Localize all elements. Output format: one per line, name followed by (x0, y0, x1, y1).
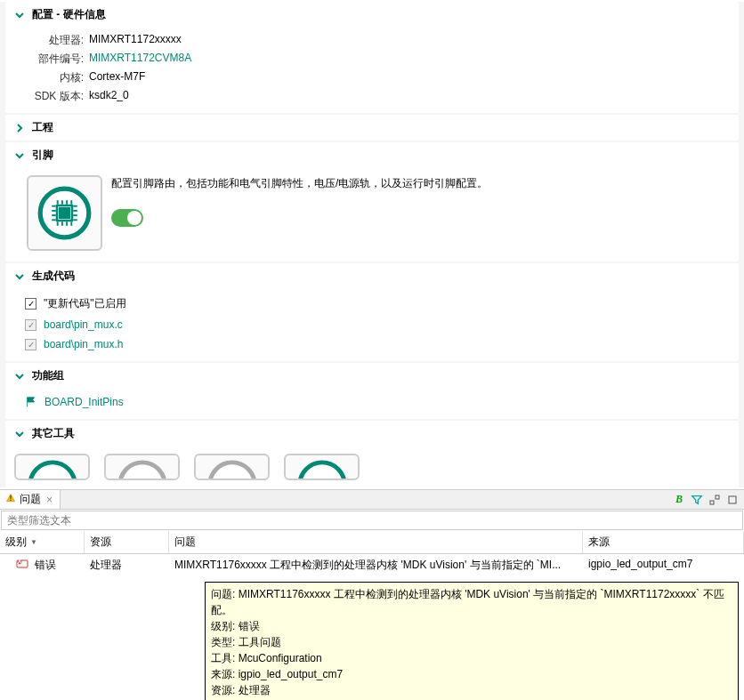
project-section: 工程 (5, 115, 739, 141)
source-value: igpio_led_output_cm7 (583, 554, 744, 576)
gencode-section: 生成代码 "更新代码"已启用 board\pin_mux.c board\pin… (5, 263, 739, 361)
minimize-icon[interactable] (707, 492, 723, 508)
flag-icon (25, 396, 37, 408)
tool-icon (206, 458, 259, 480)
pins-toggle[interactable] (111, 209, 143, 227)
funcgroup-section: 功能组 BOARD_InitPins (5, 363, 739, 419)
chevron-right-icon (14, 123, 25, 133)
part-value[interactable]: MIMXRT1172CVM8A (89, 52, 191, 67)
core-label: 内核: (32, 70, 84, 85)
pins-title: 引脚 (32, 148, 53, 163)
tooltip-source: 来源: igpio_led_output_cm7 (211, 666, 732, 682)
svg-rect-24 (710, 501, 714, 504)
tooltip: 问题: MIMXRT1176xxxxx 工程中检测到的处理器内核 'MDK uV… (205, 582, 739, 700)
svg-point-19 (29, 463, 74, 480)
col-problem[interactable]: 问题 (169, 531, 583, 553)
problem-value: MIMXRT1176xxxxx 工程中检测到的处理器内核 'MDK uVisio… (169, 554, 583, 576)
chevron-down-icon (14, 271, 25, 282)
core-value: Cortex-M7F (89, 70, 145, 85)
part-label: 部件编号: (32, 52, 84, 67)
tooltip-type: 类型: 工具问题 (211, 634, 732, 650)
chip-icon (36, 184, 93, 242)
tool-button-4[interactable] (284, 454, 360, 480)
chevron-down-icon (14, 371, 25, 382)
pins-tool-button[interactable] (27, 175, 102, 251)
close-icon[interactable]: × (44, 494, 54, 506)
chevron-down-icon (14, 429, 25, 439)
file-link[interactable]: board\pin_mux.c (44, 318, 123, 331)
tool-button-2[interactable] (104, 454, 180, 480)
processor-label: 处理器: (32, 33, 84, 48)
tooltip-resource: 资源: 处理器 (211, 682, 732, 698)
level-value: 错误 (35, 559, 56, 571)
funcgroup-header[interactable]: 功能组 (5, 363, 739, 389)
table-row[interactable]: x 错误 处理器 MIMXRT1176xxxxx 工程中检测到的处理器内核 'M… (0, 554, 744, 576)
tool-button-1[interactable] (14, 454, 90, 480)
svg-point-20 (119, 463, 164, 480)
sdk-label: SDK 版本: (32, 89, 84, 104)
col-source[interactable]: 来源 (583, 531, 744, 553)
processor-value: MIMXRT1172xxxxx (89, 33, 182, 48)
other-title: 其它工具 (32, 426, 75, 441)
svg-point-22 (299, 463, 344, 480)
sdk-value: ksdk2_0 (89, 89, 129, 104)
update-code-checkbox[interactable] (25, 298, 36, 310)
file-checkbox[interactable] (25, 339, 36, 350)
project-header[interactable]: 工程 (5, 115, 739, 141)
col-resource[interactable]: 资源 (85, 531, 169, 553)
tooltip-tool: 工具: McuConfiguration (211, 650, 732, 666)
resource-value: 处理器 (85, 554, 169, 576)
svg-text:!: ! (10, 494, 12, 503)
chevron-down-icon (14, 150, 25, 161)
chevron-down-icon (14, 10, 25, 20)
config-section: 配置 - 硬件信息 处理器:MIMXRT1172xxxxx 部件编号:MIMXR… (5, 2, 739, 113)
project-title: 工程 (32, 120, 53, 135)
func-item[interactable]: BOARD_InitPins (44, 396, 124, 408)
tool-button-3[interactable] (194, 454, 270, 480)
tab-label: 问题 (20, 492, 41, 507)
svg-rect-1 (56, 205, 74, 222)
svg-text:x: x (17, 558, 22, 567)
svg-rect-26 (729, 496, 736, 503)
filter-input[interactable] (2, 511, 742, 529)
update-code-label: "更新代码"已启用 (44, 296, 126, 311)
file-link[interactable]: board\pin_mux.h (44, 338, 123, 350)
config-header[interactable]: 配置 - 硬件信息 (5, 2, 739, 28)
svg-rect-25 (716, 495, 719, 499)
error-icon: x (16, 558, 28, 568)
pins-header[interactable]: 引脚 (5, 142, 739, 168)
other-section: 其它工具 (5, 421, 739, 487)
gencode-header[interactable]: 生成代码 (5, 263, 739, 289)
pins-section: 引脚 配置引脚路由，包括功能和电气引脚特性，电压/电源轨，以及运行时引脚配置。 (5, 142, 739, 261)
file-checkbox[interactable] (25, 319, 36, 331)
warning-icon: ! (5, 493, 16, 506)
gencode-title: 生成代码 (32, 269, 75, 284)
tab-bar: ! 问题 × B (0, 490, 744, 510)
tooltip-level: 级别: 错误 (211, 618, 732, 634)
tooltip-problem: 问题: MIMXRT1176xxxxx 工程中检测到的处理器内核 'MDK uV… (211, 586, 732, 618)
tool-icon (116, 458, 169, 480)
sort-arrow-icon: ▼ (30, 538, 37, 546)
other-header[interactable]: 其它工具 (5, 421, 739, 447)
filter-button[interactable] (689, 492, 705, 508)
problems-tab[interactable]: ! 问题 × (0, 490, 61, 509)
pins-description: 配置引脚路由，包括功能和电气引脚特性，电压/电源轨，以及运行时引脚配置。 (111, 175, 730, 191)
tool-icon (26, 458, 79, 480)
b-button[interactable]: B (671, 492, 687, 508)
tool-icon (295, 458, 349, 480)
table-header: 级别▼ 资源 问题 来源 (0, 531, 744, 554)
problems-panel: ! 问题 × B 级别▼ 资源 问题 来源 x (0, 489, 744, 700)
funcgroup-title: 功能组 (32, 368, 64, 383)
svg-point-21 (209, 463, 254, 480)
col-level[interactable]: 级别▼ (0, 531, 85, 553)
config-title: 配置 - 硬件信息 (32, 7, 106, 22)
maximize-icon[interactable] (724, 492, 740, 508)
